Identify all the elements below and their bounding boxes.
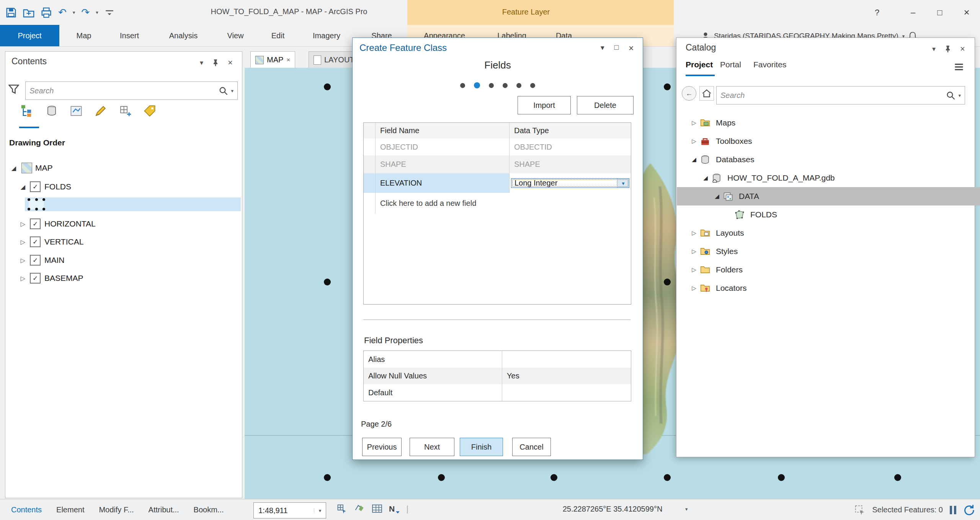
minimize-button[interactable]: – [900, 0, 926, 25]
field-name-column-header[interactable]: Field Name [376, 123, 510, 139]
catalog-item-maps[interactable]: ▷ Maps [677, 114, 980, 132]
panel-tab-modify-features[interactable]: Modify F... [99, 505, 134, 514]
symbol-swatch[interactable] [29, 199, 44, 209]
panel-tab-element[interactable]: Element [56, 505, 84, 514]
panel-tab-attributes[interactable]: Attribut... [149, 505, 179, 514]
selection-handle[interactable] [894, 474, 901, 481]
delete-button[interactable]: Delete [577, 96, 634, 114]
selection-handle[interactable] [550, 474, 557, 481]
collapse-icon[interactable]: ▷ [688, 119, 700, 126]
selection-grid-icon[interactable] [336, 503, 348, 515]
collapse-icon[interactable]: ▷ [18, 275, 28, 282]
ribbon-tab-imagery[interactable]: Imagery [305, 25, 348, 46]
panel-menu-icon[interactable]: ▾ [200, 59, 203, 67]
selected-features-count[interactable]: Selected Features: 0 [872, 505, 943, 514]
close-button[interactable]: × [953, 0, 980, 25]
field-name-cell[interactable]: ELEVATION [376, 173, 510, 193]
catalog-item-folders[interactable]: ▷ Folders [677, 261, 980, 279]
ribbon-tab-analysis[interactable]: Analysis [162, 25, 204, 46]
add-new-field-hint[interactable]: Click here to add a new field [376, 193, 476, 214]
selection-handle[interactable] [664, 279, 671, 285]
collapse-icon[interactable]: ▷ [688, 248, 700, 255]
catalog-item-folds[interactable]: FOLDS [677, 205, 980, 224]
print-icon[interactable] [41, 7, 52, 18]
selection-handle[interactable] [324, 474, 331, 481]
layer-row-basemap[interactable]: ▷ ✓ BASEMAP [5, 270, 255, 287]
list-by-selection-icon[interactable] [70, 104, 83, 117]
import-button[interactable]: Import [518, 96, 571, 114]
map-scale-combobox[interactable]: 1:48,911 ▾ [253, 502, 326, 518]
ribbon-tab-map[interactable]: Map [69, 25, 99, 46]
collapse-icon[interactable]: ▷ [18, 238, 28, 246]
selection-handle[interactable] [664, 83, 671, 90]
property-row-alias[interactable]: Alias [364, 351, 631, 368]
help-button[interactable]: ? [864, 0, 890, 25]
property-row-allow-null[interactable]: Allow Null Values Yes [364, 368, 631, 385]
row-selector[interactable] [364, 155, 376, 173]
catalog-tab-favorites[interactable]: Favorites [753, 60, 786, 69]
expand-icon[interactable]: ◢ [18, 183, 28, 191]
panel-menu-icon[interactable]: ▾ [932, 45, 936, 53]
combobox-dropdown-icon[interactable]: ▾ [617, 179, 629, 187]
layer-checkbox[interactable]: ✓ [30, 255, 41, 266]
ribbon-tab-insert[interactable]: Insert [112, 25, 147, 46]
filter-icon[interactable] [8, 84, 19, 95]
collapse-icon[interactable]: ▷ [688, 138, 700, 145]
list-by-snapping-icon[interactable] [119, 104, 132, 117]
field-row-objectid[interactable]: OBJECTID OBJECTID [364, 139, 631, 155]
catalog-tab-project[interactable]: Project [686, 60, 713, 69]
search-dropdown-icon[interactable]: ▾ [958, 93, 961, 98]
selection-handle[interactable] [438, 474, 445, 481]
selection-handle[interactable] [324, 83, 331, 90]
redo-icon[interactable]: ↷ [81, 7, 90, 18]
selection-handle[interactable] [778, 474, 785, 481]
field-row-elevation-selected[interactable]: ELEVATION Long Integer ▾ [364, 173, 631, 193]
refresh-icon[interactable] [963, 504, 975, 516]
catalog-item-data-selected[interactable]: ◢ DATA [677, 187, 980, 205]
ribbon-tab-edit[interactable]: Edit [265, 25, 291, 46]
cancel-button[interactable]: Cancel [512, 438, 551, 456]
field-row-shape[interactable]: SHAPE SHAPE [364, 155, 631, 173]
dialog-menu-icon[interactable]: ▾ [601, 43, 604, 54]
undo-icon[interactable]: ↶ [58, 7, 67, 18]
catalog-menu-icon[interactable] [954, 62, 964, 72]
save-icon[interactable] [5, 7, 17, 18]
catalog-item-layouts[interactable]: ▷ Layouts [677, 224, 980, 242]
layer-row-map[interactable]: ◢ MAP [5, 160, 246, 176]
collapse-icon[interactable]: ▷ [688, 266, 700, 273]
layer-row-main[interactable]: ▷ ✓ MAIN [5, 252, 255, 269]
previous-button[interactable]: Previous [362, 438, 402, 456]
pause-drawing-icon[interactable] [950, 506, 956, 514]
dialog-close-icon[interactable]: × [629, 43, 634, 54]
redo-dropdown-icon[interactable]: ▾ [96, 10, 98, 15]
scale-dropdown-icon[interactable]: ▾ [314, 508, 326, 513]
catalog-item-toolboxes[interactable]: ▷ Toolboxes [677, 132, 980, 150]
north-arrow-icon[interactable]: N [389, 504, 400, 513]
expand-icon[interactable]: ◢ [711, 193, 723, 200]
layer-row-folds[interactable]: ◢ ✓ FOLDS [5, 178, 255, 195]
data-type-combobox[interactable]: Long Integer ▾ [511, 178, 629, 188]
panel-tab-contents[interactable]: Contents [11, 505, 42, 514]
panel-tab-bookmarks[interactable]: Bookm... [194, 505, 224, 514]
coordinates-dropdown-icon[interactable]: ▾ [685, 507, 688, 512]
layer-row-vertical[interactable]: ▷ ✓ VERTICAL [5, 233, 255, 250]
snapping-icon[interactable] [354, 503, 365, 515]
selection-handle[interactable] [664, 474, 671, 481]
pin-icon[interactable] [944, 45, 952, 53]
back-button[interactable]: ← [682, 86, 696, 101]
pin-icon[interactable] [212, 59, 219, 67]
add-new-field-row[interactable]: Click here to add a new field [364, 193, 631, 214]
search-icon[interactable] [946, 91, 955, 100]
close-panel-icon[interactable]: × [960, 44, 965, 54]
list-by-labeling-icon[interactable] [143, 104, 156, 117]
expand-icon[interactable]: ◢ [688, 156, 700, 163]
layer-checkbox[interactable]: ✓ [30, 273, 41, 284]
search-icon[interactable] [219, 86, 228, 95]
layer-checkbox[interactable]: ✓ [30, 218, 41, 229]
expand-icon[interactable]: ◢ [700, 174, 711, 181]
collapse-icon[interactable]: ▷ [18, 257, 28, 264]
catalog-search-input[interactable] [717, 91, 946, 100]
collapse-icon[interactable]: ▷ [688, 230, 700, 236]
row-selector[interactable] [364, 173, 376, 193]
contents-search-input[interactable] [26, 86, 219, 95]
